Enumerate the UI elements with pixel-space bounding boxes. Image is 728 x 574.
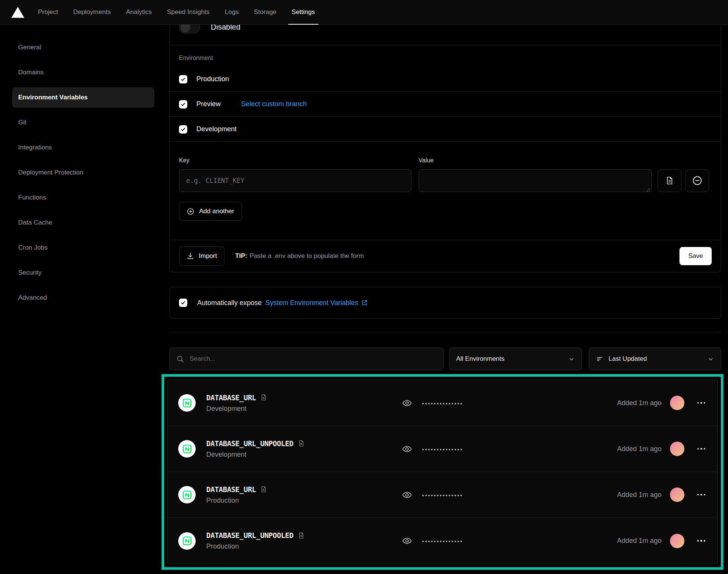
neon-integration-icon	[178, 394, 196, 412]
nav-item-logs[interactable]: Logs	[225, 0, 239, 24]
development-checkbox[interactable]	[179, 125, 187, 134]
user-avatar	[670, 442, 684, 456]
search-input[interactable]	[190, 355, 437, 363]
reveal-value-button[interactable]	[402, 490, 412, 500]
sidebar-item-deployment-protection[interactable]: Deployment Protection	[12, 162, 154, 183]
external-link-icon	[361, 299, 368, 306]
note-icon	[260, 394, 267, 401]
remove-row-button[interactable]	[685, 169, 709, 192]
key-value-form: Key Value	[179, 142, 712, 221]
disabled-toggle[interactable]	[179, 25, 200, 33]
production-row: Production	[170, 67, 721, 92]
search-icon	[176, 355, 184, 363]
env-var-row: DATABASE_URL_UNPOOLED Production	[168, 518, 717, 564]
save-button[interactable]: Save	[679, 247, 712, 265]
sidebar-item-domains[interactable]: Domains	[12, 62, 154, 83]
note-icon	[260, 486, 267, 493]
eye-icon	[402, 490, 412, 500]
system-env-vars-link[interactable]: System Environment Variables	[265, 299, 368, 307]
sidebar-item-git[interactable]: Git	[12, 112, 154, 133]
preview-checkbox[interactable]	[179, 100, 187, 109]
environment-section: Environment Production Preview Select cu…	[179, 46, 712, 142]
filters-row: All Environments Last Updated	[169, 348, 721, 370]
nav-item-speed-insights[interactable]: Speed Insights	[167, 0, 209, 24]
download-icon	[187, 252, 194, 260]
env-var-row: DATABASE_URL Production	[168, 472, 717, 518]
note-icon	[298, 532, 305, 539]
expose-label: Automatically expose	[197, 299, 262, 307]
plus-circle-icon	[187, 208, 195, 215]
vercel-logo-icon	[11, 7, 24, 18]
production-checkbox[interactable]	[179, 75, 187, 83]
paste-env-file-button[interactable]	[657, 169, 681, 192]
tip-text: TIP:Paste a .env above to populate the f…	[235, 252, 364, 260]
sidebar-item-security[interactable]: Security	[12, 263, 154, 283]
env-var-name: DATABASE_URL_UNPOOLED	[206, 531, 293, 539]
value-input[interactable]	[419, 169, 652, 192]
user-avatar	[670, 534, 684, 548]
import-button[interactable]: Import	[179, 247, 224, 266]
nav-item-project[interactable]: Project	[38, 0, 58, 24]
preview-row: Preview Select custom branch	[170, 92, 721, 117]
eye-icon	[402, 536, 412, 546]
sidebar-item-general[interactable]: General	[12, 37, 154, 58]
row-menu-button[interactable]	[697, 492, 706, 498]
eye-icon	[402, 398, 412, 408]
env-var-environment: Development	[206, 451, 305, 459]
sidebar-item-functions[interactable]: Functions	[12, 187, 154, 208]
expose-checkbox[interactable]	[179, 299, 187, 307]
sidebar-item-data-cache[interactable]: Data Cache	[12, 212, 154, 233]
sidebar-item-environment-variables[interactable]: Environment Variables	[12, 87, 154, 108]
sort-lines-icon	[596, 355, 603, 363]
added-timestamp: Added 1m ago	[617, 445, 661, 453]
row-menu-button[interactable]	[697, 400, 706, 406]
production-label: Production	[196, 75, 229, 83]
minus-circle-icon	[692, 175, 703, 186]
user-avatar	[670, 396, 684, 410]
environment-variables-page: Disabled Environment Production Preview …	[169, 25, 721, 574]
masked-value: ••••••••••••••	[422, 537, 463, 544]
sensitive-toggle-row: Disabled	[170, 25, 721, 46]
added-timestamp: Added 1m ago	[617, 537, 661, 545]
development-label: Development	[196, 125, 237, 133]
key-input[interactable]	[179, 169, 411, 192]
masked-value: ••••••••••••••	[422, 399, 463, 407]
env-var-name: DATABASE_URL	[206, 393, 256, 402]
key-label: Key	[179, 157, 411, 164]
env-vars-form-panel: Disabled Environment Production Preview …	[169, 25, 721, 272]
nav-item-analytics[interactable]: Analytics	[126, 0, 152, 24]
search-box	[169, 348, 444, 370]
nav-item-deployments[interactable]: Deployments	[73, 0, 111, 24]
form-footer: Import TIP:Paste a .env above to populat…	[170, 240, 721, 272]
sidebar-item-advanced[interactable]: Advanced	[12, 288, 154, 308]
document-icon	[665, 176, 674, 185]
env-var-name: DATABASE_URL_UNPOOLED	[206, 439, 293, 448]
reveal-value-button[interactable]	[402, 398, 412, 408]
chevron-down-icon	[708, 356, 714, 362]
nav-item-settings[interactable]: Settings	[292, 0, 315, 24]
row-menu-button[interactable]	[697, 538, 706, 544]
select-custom-branch-link[interactable]: Select custom branch	[241, 100, 307, 108]
environment-filter-dropdown[interactable]: All Environments	[449, 348, 582, 370]
env-var-name: DATABASE_URL	[206, 485, 256, 494]
row-menu-button[interactable]	[697, 446, 706, 452]
neon-integration-icon	[178, 486, 196, 503]
added-timestamp: Added 1m ago	[617, 399, 661, 407]
env-var-environment: Production	[206, 497, 267, 505]
added-timestamp: Added 1m ago	[617, 491, 661, 499]
env-var-row: DATABASE_URL Development	[168, 380, 717, 426]
value-label: Value	[419, 157, 434, 164]
neon-integration-icon	[178, 440, 196, 458]
note-icon	[298, 440, 305, 447]
toggle-label: Disabled	[211, 25, 240, 31]
nav-item-storage[interactable]: Storage	[254, 0, 277, 24]
annotation-highlight-border: DATABASE_URL Development	[162, 374, 723, 570]
sidebar-item-integrations[interactable]: Integrations	[12, 137, 154, 158]
add-another-button[interactable]: Add another	[179, 202, 242, 221]
eye-icon	[402, 444, 412, 454]
environment-heading: Environment	[179, 55, 712, 61]
sort-dropdown[interactable]: Last Updated	[589, 348, 721, 370]
reveal-value-button[interactable]	[402, 536, 412, 546]
sidebar-item-cron-jobs[interactable]: Cron Jobs	[12, 237, 154, 258]
reveal-value-button[interactable]	[402, 444, 412, 454]
